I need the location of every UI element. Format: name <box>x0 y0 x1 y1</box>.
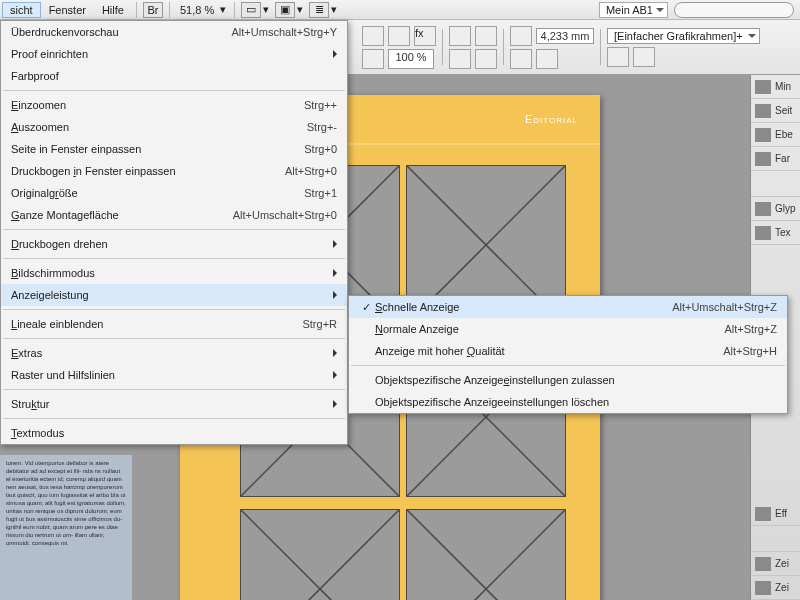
menu-item-label: Textmodus <box>11 427 337 439</box>
menu-item[interactable]: Proof einrichten <box>1 43 347 65</box>
panel-icon <box>755 226 771 240</box>
menu-item[interactable]: Normale AnzeigeAlt+Strg+Z <box>349 318 787 340</box>
menu-item[interactable]: Bildschirmmodus <box>1 262 347 284</box>
flip-h-icon[interactable] <box>362 26 384 46</box>
menu-item-label: Originalgröße <box>11 187 274 199</box>
opt-b-icon[interactable] <box>633 47 655 67</box>
menu-item-label: Überdruckenvorschau <box>11 26 202 38</box>
menu-item[interactable]: Lineale einblendenStrg+R <box>1 313 347 335</box>
panel-tab-swatches[interactable]: Far <box>751 147 800 171</box>
menu-item[interactable]: Druckbogen in Fenster einpassenAlt+Strg+… <box>1 160 347 182</box>
panel-tab-layers[interactable]: Ebe <box>751 123 800 147</box>
menu-item-label: Normale Anzeige <box>375 323 694 335</box>
menu-window[interactable]: Fenster <box>41 2 94 18</box>
align-3-icon[interactable] <box>449 49 471 69</box>
submenu-arrow-icon <box>333 400 341 408</box>
panel-tab-char[interactable]: Zei <box>751 552 800 576</box>
panel-icon <box>755 581 771 595</box>
menu-item[interactable]: OriginalgrößeStrg+1 <box>1 182 347 204</box>
svg-line-8 <box>241 510 399 600</box>
panel-tab-effects[interactable]: Eff <box>751 502 800 526</box>
graphic-frame[interactable] <box>240 509 400 600</box>
crop-icon[interactable] <box>510 26 532 46</box>
display-perf-submenu: ✓Schnelle AnzeigeAlt+Umschalt+Strg+ZNorm… <box>348 295 788 414</box>
menu-item[interactable]: Struktur <box>1 393 347 415</box>
menu-item[interactable]: Druckbogen drehen <box>1 233 347 255</box>
stroke-dd-icon[interactable] <box>536 49 558 69</box>
svg-line-11 <box>407 510 565 600</box>
menu-item[interactable]: EinzoomenStrg++ <box>1 94 347 116</box>
panel-icon <box>755 152 771 166</box>
panel-tab-pages[interactable]: Seit <box>751 99 800 123</box>
align-2-icon[interactable] <box>475 26 497 46</box>
menu-help[interactable]: Hilfe <box>94 2 132 18</box>
graphic-frame[interactable] <box>406 509 566 600</box>
menu-item[interactable]: ✓Schnelle AnzeigeAlt+Umschalt+Strg+Z <box>349 296 787 318</box>
menu-item[interactable]: AuszoomenStrg+- <box>1 116 347 138</box>
submenu-arrow-icon <box>333 349 341 357</box>
menu-item-label: Einzoomen <box>11 99 274 111</box>
size-field[interactable]: 4,233 mm <box>536 28 594 44</box>
panel-tab-text[interactable]: Tex <box>751 221 800 245</box>
zoom-field[interactable]: 100 % <box>388 49 434 69</box>
menu-shortcut: Strg+R <box>302 318 337 330</box>
panel-tab-mini[interactable]: Min <box>751 75 800 99</box>
svg-line-9 <box>241 510 399 600</box>
opt-a-icon[interactable] <box>607 47 629 67</box>
menu-item-label: Druckbogen in Fenster einpassen <box>11 165 255 177</box>
menu-shortcut: Alt+Umschalt+Strg+0 <box>233 209 337 221</box>
menu-shortcut: Strg+0 <box>304 143 337 155</box>
panel-icon <box>755 202 771 216</box>
menu-item[interactable]: ÜberdruckenvorschauAlt+Umschalt+Strg+Y <box>1 21 347 43</box>
align-1-icon[interactable] <box>449 26 471 46</box>
panel-tab-para[interactable]: Zei <box>751 576 800 600</box>
menu-view[interactable]: sicht <box>2 2 41 18</box>
menu-shortcut: Strg+1 <box>304 187 337 199</box>
menu-shortcut: Alt+Strg+0 <box>285 165 337 177</box>
menu-item[interactable]: Textmodus <box>1 422 347 444</box>
menu-item-label: Farbproof <box>11 70 337 82</box>
search-input[interactable] <box>674 2 794 18</box>
panel-icon <box>755 507 771 521</box>
submenu-arrow-icon <box>333 50 341 58</box>
zoom-level[interactable]: 51,8 % <box>180 4 214 16</box>
bridge-icon[interactable]: Br <box>143 2 163 18</box>
fx-button[interactable]: fx <box>414 26 436 46</box>
menu-shortcut: Alt+Umschalt+Strg+Z <box>672 301 777 313</box>
menu-item-label: Anzeige mit hoher Qualität <box>375 345 693 357</box>
arrange-icon[interactable]: ≣ <box>309 2 329 18</box>
menu-shortcut: Alt+Strg+H <box>723 345 777 357</box>
text-frame[interactable]: torem. Vid utemporios dellabor is atere … <box>0 455 132 600</box>
menu-item[interactable]: Anzeigeleistung <box>1 284 347 306</box>
flip-v-icon[interactable] <box>388 26 410 46</box>
menu-item-label: Auszoomen <box>11 121 277 133</box>
view-mode-icon[interactable]: ▭ <box>241 2 261 18</box>
stroke-icon[interactable] <box>510 49 532 69</box>
menu-shortcut: Alt+Umschalt+Strg+Y <box>232 26 337 38</box>
menu-item-label: Raster und Hilfslinien <box>11 369 337 381</box>
menu-item-label: Schnelle Anzeige <box>375 301 642 313</box>
submenu-arrow-icon <box>333 269 341 277</box>
menu-shortcut: Strg++ <box>304 99 337 111</box>
menu-item[interactable]: Farbproof <box>1 65 347 87</box>
menu-item-label: Anzeigeleistung <box>11 289 337 301</box>
frame-style-dropdown[interactable]: [Einfacher Grafikrahmen]+ <box>607 28 760 44</box>
screen-mode-icon[interactable]: ▣ <box>275 2 295 18</box>
menu-item-label: Objektspezifische Anzeigeeinstellungen l… <box>375 396 777 408</box>
menu-item[interactable]: Objektspezifische Anzeigeeinstellungen z… <box>349 369 787 391</box>
panel-tab-glyphs[interactable]: Glyp <box>751 197 800 221</box>
menu-item[interactable]: Objektspezifische Anzeigeeinstellungen l… <box>349 391 787 413</box>
menu-item[interactable]: Ganze MontageflächeAlt+Umschalt+Strg+0 <box>1 204 347 226</box>
menu-item[interactable]: Seite in Fenster einpassenStrg+0 <box>1 138 347 160</box>
align-4-icon[interactable] <box>475 49 497 69</box>
menu-item[interactable]: Raster und Hilfslinien <box>1 364 347 386</box>
rotate-icon[interactable] <box>362 49 384 69</box>
menu-item[interactable]: Anzeige mit hoher QualitätAlt+Strg+H <box>349 340 787 362</box>
workspace-dropdown[interactable]: Mein AB1 <box>599 2 668 18</box>
chevron-down-icon[interactable]: ▾ <box>220 3 230 16</box>
menu-item-label: Lineale einblenden <box>11 318 272 330</box>
menu-item-label: Extras <box>11 347 337 359</box>
panel-icon <box>755 104 771 118</box>
menu-item-label: Bildschirmmodus <box>11 267 337 279</box>
menu-item[interactable]: Extras <box>1 342 347 364</box>
